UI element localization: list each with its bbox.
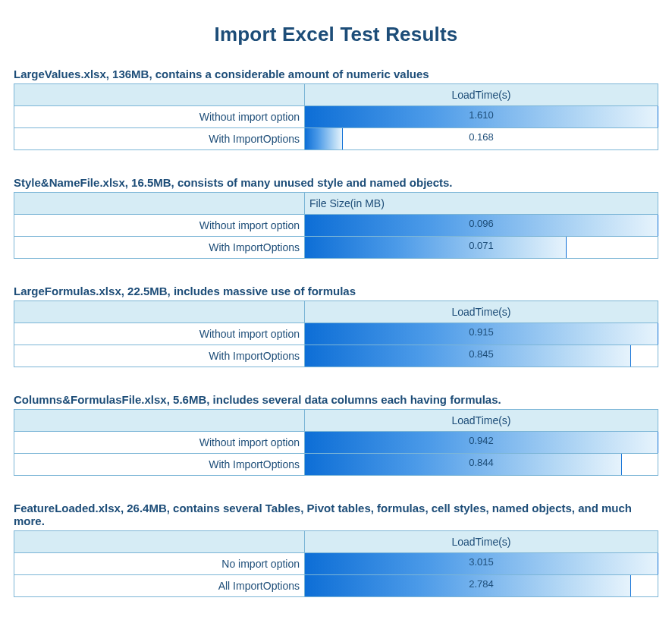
bar-cell: 0.096 (305, 215, 658, 237)
chart-section: Style&NameFile.xlsx, 16.5MB, consists of… (14, 176, 658, 259)
section-title: Style&NameFile.xlsx, 16.5MB, consists of… (14, 176, 658, 189)
bar-value: 0.844 (305, 454, 658, 475)
row-label: Without import option (14, 323, 305, 345)
bar-value: 1.610 (305, 106, 658, 127)
bar-cell: 2.784 (305, 575, 658, 597)
section-title: FeatureLoaded.xlsx, 26.4MB, contains sev… (14, 502, 658, 527)
bar-chart-table: LoadTime(s)No import option3.015All Impo… (14, 530, 658, 597)
table-corner (14, 193, 305, 215)
table-row: Without import option0.915 (14, 323, 658, 345)
chart-section: LargeValues.xlsx, 136MB, contains a cons… (14, 68, 658, 150)
row-label: Without import option (14, 106, 305, 128)
table-row: With ImportOptions0.845 (14, 345, 658, 367)
bar-chart-table: File Size(in MB)Without import option0.0… (14, 192, 658, 259)
section-title: LargeValues.xlsx, 136MB, contains a cons… (14, 68, 658, 80)
table-row: No import option3.015 (14, 553, 658, 575)
bar-cell: 3.015 (305, 553, 658, 575)
row-label: With ImportOptions (14, 345, 305, 367)
metric-header: LoadTime(s) (305, 301, 658, 323)
bar-cell: 0.915 (305, 323, 658, 345)
chart-section: Columns&FormulasFile.xlsx, 5.6MB, includ… (14, 393, 658, 476)
table-corner (14, 84, 305, 106)
row-label: With ImportOptions (14, 454, 305, 476)
metric-header: LoadTime(s) (305, 410, 658, 432)
metric-header: File Size(in MB) (305, 193, 658, 215)
table-row: Without import option0.096 (14, 215, 658, 237)
section-title: Columns&FormulasFile.xlsx, 5.6MB, includ… (14, 393, 658, 406)
bar-value: 2.784 (305, 575, 658, 596)
table-row: Without import option0.942 (14, 432, 658, 454)
bar-cell: 1.610 (305, 106, 658, 128)
row-label: With ImportOptions (14, 237, 305, 259)
bar-chart-table: LoadTime(s)Without import option0.942Wit… (14, 409, 658, 476)
row-label: Without import option (14, 215, 305, 237)
table-row: With ImportOptions0.168 (14, 128, 658, 150)
bar-value: 0.942 (305, 432, 658, 453)
metric-header: LoadTime(s) (305, 84, 658, 106)
row-label: No import option (14, 553, 305, 575)
table-corner (14, 301, 305, 323)
table-row: With ImportOptions0.071 (14, 237, 658, 259)
table-row: Without import option1.610 (14, 106, 658, 128)
metric-header: LoadTime(s) (305, 531, 658, 553)
row-label: With ImportOptions (14, 128, 305, 150)
table-row: All ImportOptions2.784 (14, 575, 658, 597)
chart-section: FeatureLoaded.xlsx, 26.4MB, contains sev… (14, 502, 658, 597)
bar-cell: 0.844 (305, 454, 658, 476)
bar-cell: 0.168 (305, 128, 658, 150)
bar-cell: 0.071 (305, 237, 658, 259)
page-title: Import Excel Test Results (14, 23, 658, 46)
bar-value: 0.915 (305, 323, 658, 345)
table-corner (14, 531, 305, 553)
bar-cell: 0.942 (305, 432, 658, 454)
table-corner (14, 410, 305, 432)
chart-section: LargeFormulas.xlsx, 22.5MB, includes mas… (14, 285, 658, 367)
table-row: With ImportOptions0.844 (14, 454, 658, 476)
row-label: All ImportOptions (14, 575, 305, 597)
bar-value: 0.096 (305, 215, 658, 236)
bar-chart-table: LoadTime(s)Without import option0.915Wit… (14, 300, 658, 367)
bar-value: 3.015 (305, 553, 658, 574)
bar-value: 0.845 (305, 345, 658, 367)
bar-cell: 0.845 (305, 345, 658, 367)
bar-value: 0.071 (305, 237, 658, 258)
bar-chart-table: LoadTime(s)Without import option1.610Wit… (14, 83, 658, 150)
section-title: LargeFormulas.xlsx, 22.5MB, includes mas… (14, 285, 658, 297)
row-label: Without import option (14, 432, 305, 454)
bar-value: 0.168 (305, 128, 658, 149)
